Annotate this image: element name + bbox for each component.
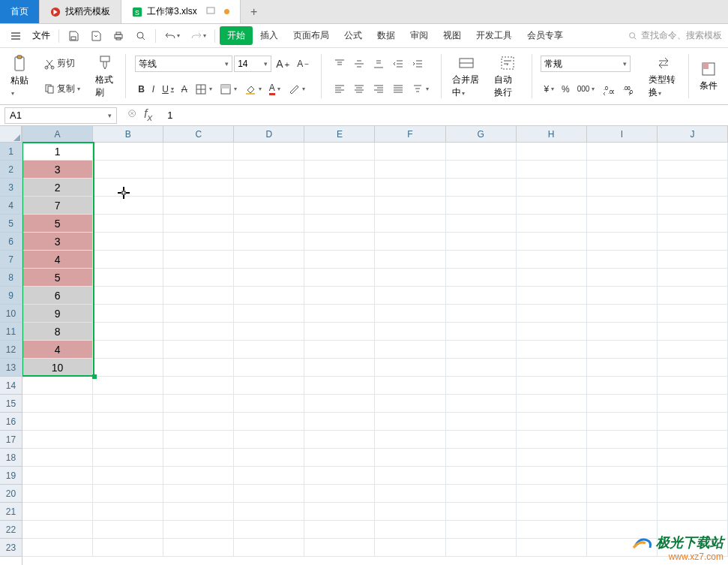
cell[interactable]: 3 (22, 161, 93, 179)
cell-style-button[interactable]: ▾ (217, 82, 240, 97)
cell[interactable] (658, 449, 728, 467)
cell[interactable] (234, 197, 304, 215)
row-header[interactable]: 8 (0, 269, 22, 287)
row-header[interactable]: 22 (0, 521, 22, 539)
cell[interactable] (375, 467, 445, 485)
increase-decimal-icon[interactable]: .0.00 (599, 82, 617, 97)
col-header[interactable]: A (22, 126, 93, 142)
type-convert-button[interactable]: 类型转换▾ (644, 51, 682, 101)
cell[interactable] (446, 503, 517, 521)
menu-tab-7[interactable]: 开发工具 (469, 26, 520, 45)
fx-icon[interactable]: fx (144, 107, 152, 123)
cell[interactable]: 4 (22, 251, 93, 269)
align-bottom-icon[interactable] (370, 56, 388, 71)
cell[interactable] (375, 323, 445, 341)
print-icon[interactable] (109, 28, 128, 44)
cell[interactable] (163, 179, 234, 197)
cell[interactable] (446, 305, 517, 323)
cell[interactable] (658, 395, 728, 413)
cell[interactable] (304, 485, 375, 503)
row-header[interactable]: 7 (0, 251, 22, 269)
cell[interactable] (517, 485, 587, 503)
cell[interactable]: 7 (22, 197, 93, 215)
menu-tab-1[interactable]: 插入 (253, 26, 286, 45)
cell[interactable] (587, 269, 658, 287)
row-header[interactable]: 14 (0, 377, 22, 395)
cell[interactable] (22, 449, 93, 467)
row-header[interactable]: 21 (0, 503, 22, 521)
row-header[interactable]: 20 (0, 485, 22, 503)
cell[interactable] (587, 395, 658, 413)
row-header[interactable]: 4 (0, 197, 22, 215)
cell[interactable] (234, 341, 304, 359)
cell[interactable] (163, 539, 234, 557)
cell[interactable] (375, 341, 445, 359)
conditional-format-button[interactable]: 条件 (695, 51, 722, 101)
cell[interactable] (234, 323, 304, 341)
cell[interactable] (93, 395, 163, 413)
row-header[interactable]: 12 (0, 341, 22, 359)
cell[interactable] (446, 413, 517, 431)
redo-icon[interactable]: ▾ (187, 28, 210, 44)
row-header[interactable]: 11 (0, 323, 22, 341)
cell[interactable] (587, 377, 658, 395)
cell[interactable] (93, 341, 163, 359)
cell[interactable] (517, 323, 587, 341)
cell[interactable] (587, 323, 658, 341)
cell[interactable] (93, 485, 163, 503)
underline-button[interactable]: U▾ (159, 83, 177, 96)
cell[interactable] (304, 251, 375, 269)
cell[interactable] (304, 341, 375, 359)
col-header[interactable]: H (517, 126, 587, 142)
cell[interactable] (163, 395, 234, 413)
cell[interactable] (163, 449, 234, 467)
cell[interactable] (446, 377, 517, 395)
cell[interactable] (658, 485, 728, 503)
cell[interactable] (446, 233, 517, 251)
cell[interactable] (304, 521, 375, 539)
cell[interactable] (234, 161, 304, 179)
cell[interactable] (446, 179, 517, 197)
cell[interactable] (446, 269, 517, 287)
cell[interactable] (517, 503, 587, 521)
cell[interactable] (587, 233, 658, 251)
col-header[interactable]: G (446, 126, 517, 142)
cell[interactable] (93, 287, 163, 305)
cell[interactable] (517, 467, 587, 485)
col-header[interactable]: E (304, 126, 375, 142)
cell[interactable] (22, 413, 93, 431)
cell[interactable] (22, 503, 93, 521)
cell[interactable] (163, 503, 234, 521)
cell[interactable] (658, 269, 728, 287)
increase-font-icon[interactable]: A+ (273, 56, 292, 71)
cell[interactable] (304, 323, 375, 341)
font-family-combo[interactable]: 等线▾ (135, 56, 232, 72)
cell[interactable] (163, 215, 234, 233)
cell[interactable] (93, 467, 163, 485)
cell[interactable] (517, 413, 587, 431)
save-as-icon[interactable] (86, 28, 106, 44)
align-center-icon[interactable] (350, 81, 368, 96)
cell[interactable]: 3 (22, 233, 93, 251)
cell[interactable] (517, 377, 587, 395)
cell[interactable] (446, 431, 517, 449)
cell[interactable] (234, 377, 304, 395)
save-icon[interactable] (64, 28, 83, 44)
cell[interactable]: 2 (22, 179, 93, 197)
wrap-text-button[interactable]: 自动换行 (490, 51, 525, 101)
cell[interactable] (517, 539, 587, 557)
cell[interactable] (375, 269, 445, 287)
row-header[interactable]: 15 (0, 395, 22, 413)
cell[interactable] (587, 467, 658, 485)
cell[interactable] (163, 323, 234, 341)
cell[interactable] (658, 251, 728, 269)
tab-home[interactable]: 首页 (0, 0, 40, 23)
cell[interactable] (587, 143, 658, 161)
cell[interactable] (517, 287, 587, 305)
cell[interactable] (304, 467, 375, 485)
align-right-icon[interactable] (370, 81, 388, 96)
cell[interactable] (304, 305, 375, 323)
cell[interactable] (446, 521, 517, 539)
cell[interactable] (658, 503, 728, 521)
cell[interactable] (375, 521, 445, 539)
